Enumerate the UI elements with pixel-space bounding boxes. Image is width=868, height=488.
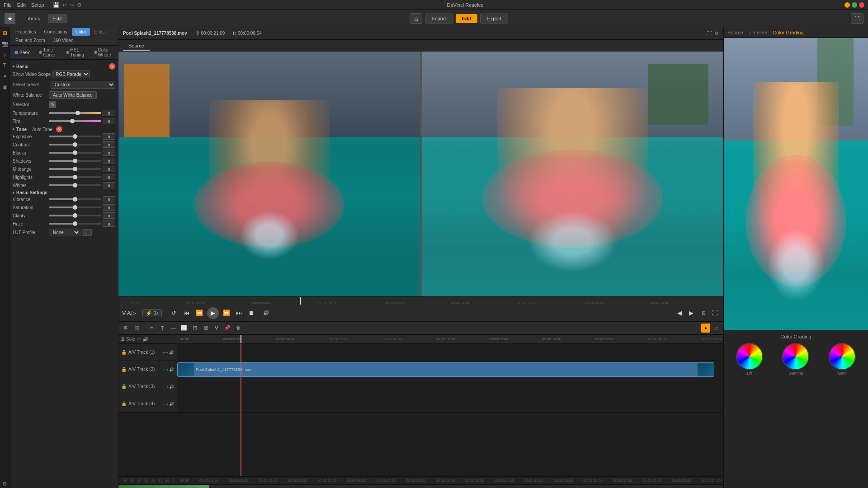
tab-library[interactable]: Library <box>20 14 46 23</box>
preview-icon[interactable]: ⛶ <box>708 31 712 36</box>
tab-edit[interactable]: Edit <box>48 14 67 23</box>
close-btn[interactable] <box>859 2 864 8</box>
menu-setup[interactable]: Setup <box>31 2 44 8</box>
basic-settings-expand[interactable] <box>13 192 14 194</box>
settings-icon[interactable]: ⚙ <box>715 31 719 36</box>
ptab-properties[interactable]: Properties <box>12 28 40 36</box>
saturation-slider[interactable] <box>49 204 101 211</box>
track2-link[interactable]: ⟷ <box>162 367 168 372</box>
mark-btn[interactable]: ⧖ <box>698 308 708 318</box>
temp-value[interactable]: 0 <box>103 110 115 116</box>
ptab-pan-zoom[interactable]: Pan and Zoom <box>12 37 49 44</box>
clip-nav-btn[interactable]: ▷ <box>132 310 136 316</box>
toolbar-icon-settings[interactable]: ⚙ <box>77 2 82 8</box>
tl-cut-btn[interactable]: ✂ <box>147 324 156 333</box>
play-btn[interactable]: ▶ <box>207 307 219 319</box>
export-btn[interactable]: Export <box>480 14 508 23</box>
ptab-color[interactable]: Color <box>72 28 90 36</box>
saturation-value[interactable]: 0 <box>103 204 115 211</box>
icon-camera[interactable]: 📷 <box>1 40 9 48</box>
icon-text[interactable]: T <box>1 61 9 70</box>
prev-clip-btn[interactable]: ⏮ <box>182 308 192 318</box>
rtab-timeline[interactable]: Timeline <box>749 30 767 35</box>
menu-file[interactable]: File <box>4 2 12 8</box>
tl-magnet-btn[interactable]: ⚲ <box>212 324 221 333</box>
blacks-value[interactable]: 0 <box>103 150 115 156</box>
exposure-slider[interactable] <box>49 133 101 140</box>
eyedropper-btn[interactable]: ✎ <box>49 101 56 108</box>
basic-expand-arrow[interactable] <box>13 65 14 68</box>
rtab-color-grading[interactable]: Color Grading <box>773 30 803 35</box>
vibrance-value[interactable]: 0 <box>103 196 115 202</box>
mark-in-btn[interactable]: V <box>122 310 126 316</box>
toolbar-icon-redo[interactable]: ↪ <box>70 2 74 8</box>
tl-line-btn[interactable]: — <box>169 324 178 333</box>
track1-audio[interactable]: 🔊 <box>169 350 174 355</box>
highlights-value[interactable]: 0 <box>103 174 115 180</box>
edit-btn[interactable]: Edit <box>456 14 478 23</box>
stab-basic[interactable]: Basic <box>12 47 33 58</box>
import-btn[interactable]: Import <box>425 14 453 23</box>
tl-text-btn[interactable]: T <box>158 324 167 333</box>
prev-frame-btn[interactable]: ◀ <box>675 308 684 318</box>
tint-value[interactable]: 0 <box>103 118 115 124</box>
ptab-corrections[interactable]: Corrections <box>41 28 71 36</box>
tl-master-btn[interactable]: ⊞ <box>120 336 124 342</box>
home-btn[interactable]: ⌂ <box>410 13 422 24</box>
track2-lock[interactable]: 🔒 <box>121 367 127 372</box>
icon-settings[interactable]: ⚙ <box>1 480 9 488</box>
haze-slider[interactable] <box>49 221 101 227</box>
expand-btn[interactable]: ⛶ <box>710 308 720 318</box>
highlights-slider[interactable] <box>49 174 101 180</box>
track4-audio[interactable]: 🔊 <box>169 402 174 406</box>
maximize-btn[interactable] <box>852 2 857 8</box>
track3-lock[interactable]: 🔒 <box>121 384 127 389</box>
track1-lock[interactable]: 🔒 <box>121 350 127 355</box>
blacks-slider[interactable] <box>49 150 101 156</box>
haze-value[interactable]: 0 <box>103 221 115 227</box>
track4-lock[interactable]: 🔒 <box>121 401 127 406</box>
next-frame-btn[interactable]: ▶ <box>686 308 696 318</box>
preview-source-tab[interactable]: Source <box>123 41 150 51</box>
track3-link[interactable]: ⟷ <box>162 385 168 389</box>
exposure-value[interactable]: 0 <box>103 133 115 140</box>
tint-slider[interactable] <box>49 118 101 124</box>
volume-btn[interactable]: 🔊 <box>261 308 271 318</box>
lut-browse-btn[interactable]: ... <box>82 229 92 236</box>
whites-slider[interactable] <box>49 182 101 188</box>
tl-delete-btn[interactable]: 🗑 <box>234 324 243 333</box>
ptab-effect[interactable]: Effect <box>91 28 109 36</box>
shadows-slider[interactable] <box>49 158 101 164</box>
stab-hsl[interactable]: HSL Tuning <box>64 47 88 58</box>
tl-audio-btn[interactable]: ♫ <box>712 324 721 333</box>
tl-zoom-out-btn[interactable]: ● <box>701 324 710 333</box>
wb-auto-btn[interactable]: Auto White Balance <box>49 91 97 99</box>
contrast-slider[interactable] <box>49 141 101 148</box>
rewind-btn[interactable]: ⏪ <box>194 308 204 318</box>
tl-clip-btn[interactable]: ⬜ <box>179 324 189 333</box>
track2-audio[interactable]: 🔊 <box>169 367 174 372</box>
preset-select[interactable]: Custom <box>51 81 115 89</box>
clarity-value[interactable]: 0 <box>103 212 115 219</box>
track4-link[interactable]: ⟷ <box>162 402 168 406</box>
toolbar-icon-save[interactable]: 💾 <box>53 2 60 8</box>
tl-link-btn[interactable]: ⛓ <box>201 324 210 333</box>
stab-tone-curve[interactable]: Tone Curve <box>37 47 60 58</box>
loop-btn[interactable]: ↺ <box>169 308 179 318</box>
shadows-value[interactable]: 0 <box>103 158 115 164</box>
midrange-slider[interactable] <box>49 166 101 172</box>
minimize-btn[interactable] <box>844 2 850 8</box>
rtab-source[interactable]: Source <box>727 30 743 35</box>
ptab-360[interactable]: 360 Video <box>50 37 77 44</box>
next-clip-btn[interactable]: ⏭ <box>234 308 244 318</box>
icon-audio[interactable]: ♪ <box>1 51 9 59</box>
track1-link[interactable]: ⟷ <box>162 350 168 355</box>
contrast-value[interactable]: 0 <box>103 141 115 148</box>
clarity-slider[interactable] <box>49 212 101 219</box>
tl-pin-btn[interactable]: 📌 <box>223 324 232 333</box>
tl-settings-btn[interactable]: ⚙ <box>121 324 130 333</box>
icon-fx[interactable]: ✦ <box>1 72 9 80</box>
clip-pool-splash[interactable]: Pool Splash2_117778538.mov <box>177 362 714 377</box>
mark-out-btn[interactable]: A <box>127 310 131 316</box>
video-scope-select[interactable]: RGB Parade <box>52 70 90 78</box>
